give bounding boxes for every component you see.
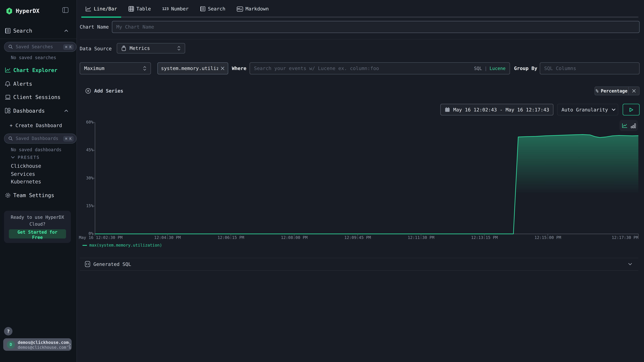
chevron-up-icon[interactable] xyxy=(64,29,68,32)
y-tick-label: 30% xyxy=(80,176,94,180)
where-field[interactable]: SQL | Lucene xyxy=(250,62,510,74)
code-icon xyxy=(85,261,90,267)
brand-row: HyperDX xyxy=(6,6,40,16)
chart-line-icon xyxy=(5,67,11,73)
sql-option[interactable]: SQL xyxy=(474,66,482,71)
chevron-down-icon xyxy=(628,263,632,266)
date-range-value: May 16 12:02:43 - May 16 12:17:43 xyxy=(453,107,549,112)
percentage-label: Percentage xyxy=(601,88,628,94)
chart-name-input[interactable] xyxy=(112,24,639,30)
y-tick-label: 60% xyxy=(80,120,94,124)
saved-searches-search[interactable]: ⌘ K xyxy=(4,42,76,52)
tab-search[interactable]: Search xyxy=(196,0,230,18)
panel-toggle-icon xyxy=(62,7,68,13)
user-menu[interactable]: D demos@clickhouse.com demos@clickhouse.… xyxy=(3,338,72,351)
x-tick-label: 12:09:45 PM xyxy=(344,235,371,240)
chevron-right-icon xyxy=(68,342,71,347)
query-language-toggle[interactable]: SQL | Lucene xyxy=(474,66,510,71)
tab-table[interactable]: Table xyxy=(124,0,155,18)
chart-name-field[interactable] xyxy=(112,21,640,33)
sidebar-item-chart-explorer[interactable]: Chart Explorer xyxy=(0,65,76,75)
saved-dashboards-input[interactable] xyxy=(15,136,63,142)
collapse-sidebar-button[interactable] xyxy=(62,7,68,13)
number-123-icon: 123 xyxy=(162,7,169,11)
tab-label: Line/Bar xyxy=(94,6,117,12)
section-divider xyxy=(80,39,638,39)
tab-line-bar[interactable]: Line/Bar xyxy=(81,0,121,18)
granularity-select[interactable]: Auto Granularity xyxy=(557,104,618,115)
percentage-remove-button[interactable] xyxy=(628,87,639,95)
metric-chip[interactable]: system.memory.utiliza xyxy=(158,62,228,74)
chevron-up-icon[interactable] xyxy=(64,109,68,112)
chart-svg xyxy=(76,119,644,243)
select-caret-icon xyxy=(177,46,181,51)
select-caret-icon xyxy=(143,66,146,71)
tab-markdown[interactable]: Markdown xyxy=(233,0,273,18)
x-tick-label: 12:04:30 PM xyxy=(154,235,181,240)
run-query-button[interactable] xyxy=(623,104,640,115)
tab-label: Markdown xyxy=(246,6,269,12)
preset-item-services[interactable]: Services xyxy=(11,171,35,177)
series-area xyxy=(95,135,638,234)
chart-legend: max(system.memory.utilization) xyxy=(82,243,162,247)
data-source-select[interactable]: Metrics xyxy=(117,43,185,53)
add-series-button[interactable]: Add Series xyxy=(85,86,123,95)
shortcut-badge: ⌘ K xyxy=(63,136,74,141)
granularity-value: Auto Granularity xyxy=(562,107,608,112)
get-started-button[interactable]: Get Started for Free xyxy=(9,229,66,239)
sidebar-item-dashboards[interactable]: Dashboards xyxy=(0,106,76,115)
gear-icon xyxy=(5,192,11,198)
tab-label: Number xyxy=(171,6,189,12)
cloud-promo-line2: Cloud? xyxy=(4,222,71,227)
sidebar-divider xyxy=(0,39,76,39)
where-input[interactable] xyxy=(250,65,474,71)
x-tick-label: 12:11:30 PM xyxy=(408,235,434,240)
legend-line-swatch xyxy=(82,245,87,246)
group-by-input[interactable] xyxy=(540,65,639,71)
close-icon[interactable] xyxy=(220,66,224,70)
dashboard-layout-icon xyxy=(5,108,10,113)
chevron-down-icon xyxy=(611,108,616,111)
presets-header[interactable]: PRESETS xyxy=(11,155,40,160)
language-divider: | xyxy=(484,66,487,71)
sidebar-item-alerts[interactable]: Alerts xyxy=(0,79,76,88)
generated-sql-label: Generated SQL xyxy=(94,261,131,267)
y-tick-label: 45% xyxy=(80,148,94,152)
laptop-icon xyxy=(5,94,11,100)
help-button[interactable]: ? xyxy=(4,327,12,336)
sidebar-item-client-sessions[interactable]: Client Sessions xyxy=(0,92,76,102)
saved-searches-input[interactable] xyxy=(15,44,63,50)
aggregation-select[interactable]: Maximum xyxy=(80,62,151,74)
generated-sql-row[interactable]: Generated SQL xyxy=(80,258,638,271)
shortcut-badge: ⌘ K xyxy=(63,44,74,50)
play-icon xyxy=(629,107,634,112)
preset-item-clickhouse[interactable]: Clickhouse xyxy=(11,163,41,169)
chart-area[interactable] xyxy=(76,119,644,243)
tab-number[interactable]: 123 Number xyxy=(158,0,193,18)
percentage-toggle: % Percentage xyxy=(594,86,640,95)
lucene-option[interactable]: Lucene xyxy=(490,66,506,71)
date-range-picker[interactable]: May 16 12:02:43 - May 16 12:17:43 xyxy=(440,104,554,115)
calendar-icon xyxy=(445,107,450,112)
percentage-button[interactable]: % Percentage xyxy=(595,87,628,95)
user-team: demos@clickhouse.com's xyxy=(18,345,71,350)
create-dashboard-button[interactable]: + Create Dashboard xyxy=(10,123,62,128)
sidebar: HyperDX Search ⌘ K No saved searches xyxy=(0,0,77,362)
chart-type-tabs: Line/Bar Table 123 Number Search Markdow… xyxy=(81,0,273,18)
sidebar-item-label: Search xyxy=(13,28,32,34)
x-tick-label: May 16 12:02:30 PM xyxy=(79,235,122,240)
sidebar-item-team-settings[interactable]: Team Settings xyxy=(0,190,76,200)
group-by-label: Group By xyxy=(514,65,537,71)
data-source-label: Data Source xyxy=(80,46,112,51)
cloud-promo-card: Ready to use HyperDX Cloud? Get Started … xyxy=(4,211,71,243)
brand-name: HyperDX xyxy=(16,8,40,14)
group-by-field[interactable] xyxy=(540,62,640,74)
preset-item-kubernetes[interactable]: Kubernetes xyxy=(11,179,41,185)
no-saved-searches-text: No saved searches xyxy=(11,55,56,60)
table-icon xyxy=(128,6,134,12)
sidebar-item-search[interactable]: Search xyxy=(0,26,76,35)
cloud-promo-line1: Ready to use HyperDX xyxy=(4,215,71,220)
aggregation-value: Maximum xyxy=(84,65,140,71)
saved-dashboards-search[interactable]: ⌘ K xyxy=(4,134,76,144)
x-tick-label: 12:17:30 PM xyxy=(612,235,638,240)
